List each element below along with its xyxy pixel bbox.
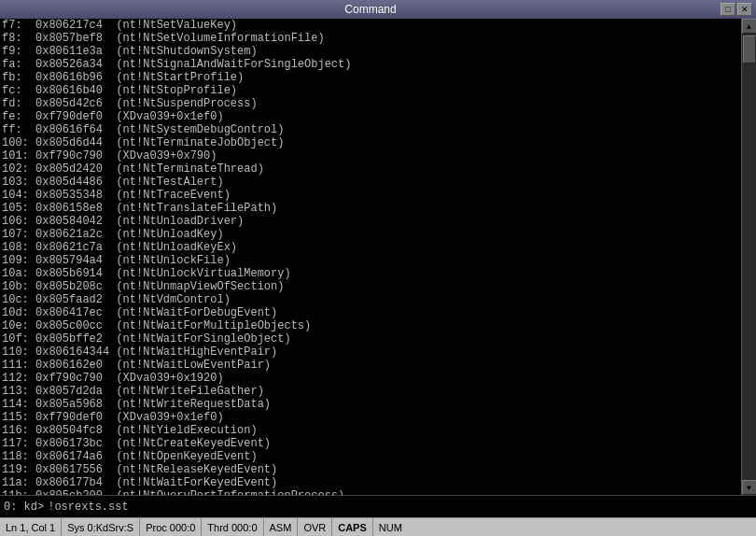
table-row: 108: 0x80621c7a (nt!NtUnloadKeyEx) xyxy=(2,241,739,254)
table-row: 10f: 0x805bffe2 (nt!NtWaitForSingleObjec… xyxy=(2,332,739,346)
scrollbar-thumb[interactable] xyxy=(743,35,756,63)
maximize-button[interactable]: □ xyxy=(721,3,735,16)
table-row: 105: 0x806158e8 (nt!NtTranslateFilePath) xyxy=(2,202,739,215)
code-area: f7: 0x806217c4 (nt!NtSetValueKey)f8: 0x8… xyxy=(0,19,756,495)
table-row: 112: 0xf790c790 (XDva039+0x1920) xyxy=(2,372,739,385)
table-row: f8: 0x8057bef8 (nt!NtSetVolumeInformatio… xyxy=(2,32,739,45)
scroll-up-button[interactable]: ▲ xyxy=(742,19,757,34)
table-row: 115: 0xf790def0 (XDva039+0x1ef0) xyxy=(2,411,739,424)
scrollbar-track[interactable]: ▲ ▼ xyxy=(741,19,756,495)
table-row: fa: 0x80526a34 (nt!NtSignalAndWaitForSin… xyxy=(2,58,739,71)
status-thrd: Thrd 000:0 xyxy=(202,518,263,536)
table-row: 114: 0x805a5968 (nt!NtWriteRequestData) xyxy=(2,398,739,411)
table-row: 117: 0x806173bc (nt!NtCreateKeyedEvent) xyxy=(2,437,739,450)
table-row: fc: 0x80616b40 (nt!NtStopProfile) xyxy=(2,84,739,97)
table-row: 119: 0x80617556 (nt!NtReleaseKeyedEvent) xyxy=(2,463,739,476)
code-content: f7: 0x806217c4 (nt!NtSetValueKey)f8: 0x8… xyxy=(0,19,741,495)
table-row: 102: 0x805d2420 (nt!NtTerminateThread) xyxy=(2,162,739,176)
table-row: 109: 0x805794a4 (nt!NtUnlockFile) xyxy=(2,254,739,267)
command-input[interactable] xyxy=(48,501,752,514)
table-row: 110: 0x806164344 (nt!NtWaitHighEventPair… xyxy=(2,346,739,359)
table-row: 100: 0x805d6d44 (nt!NtTerminateJobObject… xyxy=(2,136,739,149)
table-row: 107: 0x80621a2c (nt!NtUnloadKey) xyxy=(2,228,739,241)
table-row: fb: 0x80616b96 (nt!NtStartProfile) xyxy=(2,71,739,84)
table-row: 111: 0x806162e0 (nt!NtWaitLowEventPair) xyxy=(2,359,739,372)
table-row: 10c: 0x805faad2 (nt!NtVdmControl) xyxy=(2,293,739,306)
table-row: fd: 0x805d42c6 (nt!NtSuspendProcess) xyxy=(2,97,739,110)
table-row: 10d: 0x806417ec (nt!NtWaitForDebugEvent) xyxy=(2,306,739,319)
table-row: 11b: 0x805cb200 (nt!NtQueryPortInformati… xyxy=(2,489,739,495)
input-area: 0: kd> xyxy=(0,495,756,517)
table-row: f9: 0x80611e3a (nt!NtShutdownSystem) xyxy=(2,45,739,58)
table-row: 10b: 0x805b208c (nt!NtUnmapViewOfSection… xyxy=(2,280,739,293)
table-row: 113: 0x8057d2da (nt!NtWriteFileGather) xyxy=(2,385,739,398)
table-row: 10a: 0x805b6914 (nt!NtUnlockVirtualMemor… xyxy=(2,267,739,280)
input-prompt: 0: kd> xyxy=(4,501,44,514)
table-row: 11a: 0x806177b4 (nt!NtWaitForKeyedEvent) xyxy=(2,476,739,489)
close-button[interactable]: ✕ xyxy=(737,3,752,16)
title-bar: Command □ ✕ xyxy=(0,0,756,19)
status-caps: CAPS xyxy=(332,518,373,536)
table-row: fe: 0xf790def0 (XDva039+0x1ef0) xyxy=(2,110,739,123)
title-bar-title: Command xyxy=(21,3,721,16)
scroll-down-button[interactable]: ▼ xyxy=(742,480,757,495)
status-sys: Sys 0:KdSrv:S xyxy=(62,518,140,536)
title-bar-buttons: □ ✕ xyxy=(721,3,752,16)
status-asm: ASM xyxy=(264,518,299,536)
status-ovr: OVR xyxy=(298,518,332,536)
table-row: 116: 0x80504fc8 (nt!NtYieldExecution) xyxy=(2,424,739,437)
status-position: Ln 1, Col 1 xyxy=(0,518,62,536)
table-row: ff: 0x80616f64 (nt!NtSystemDebugControl) xyxy=(2,123,739,136)
status-bar: Ln 1, Col 1 Sys 0:KdSrv:S Proc 000:0 Thr… xyxy=(0,517,756,536)
table-row: 118: 0x806174a6 (nt!NtOpenKeyedEvent) xyxy=(2,450,739,463)
status-num: NUM xyxy=(373,518,408,536)
table-row: f7: 0x806217c4 (nt!NtSetValueKey) xyxy=(2,19,739,32)
table-row: 106: 0x80584042 (nt!NtUnloadDriver) xyxy=(2,215,739,228)
table-row: 10e: 0x805c00cc (nt!NtWaitForMultipleObj… xyxy=(2,319,739,332)
table-row: 103: 0x805d4486 (nt!NtTestAlert) xyxy=(2,176,739,189)
table-row: 101: 0xf790c790 (XDva039+0x790) xyxy=(2,149,739,162)
status-proc: Proc 000:0 xyxy=(140,518,202,536)
table-row: 104: 0x80535348 (nt!NtTraceEvent) xyxy=(2,189,739,202)
main-area: f7: 0x806217c4 (nt!NtSetValueKey)f8: 0x8… xyxy=(0,19,756,517)
